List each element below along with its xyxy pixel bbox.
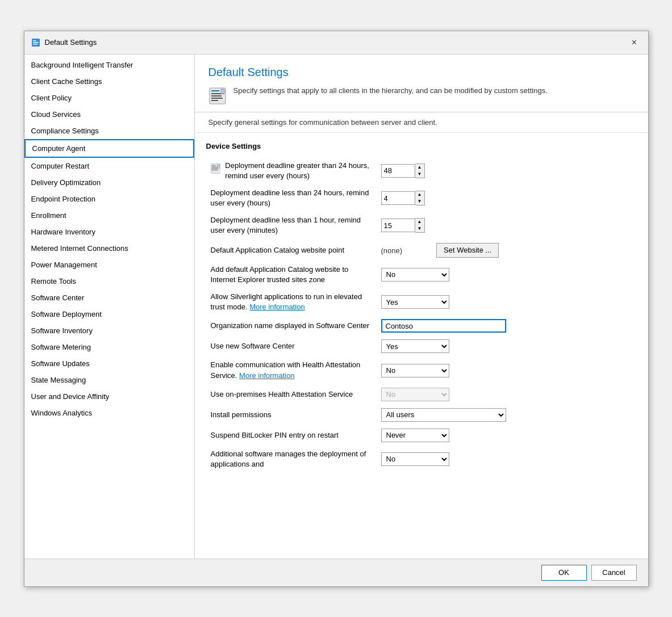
settings-row-deployment-deadline-4: Deployment deadline less than 24 hours, … — [206, 184, 637, 212]
spinner-down-deployment-deadline-4[interactable]: ▼ — [415, 198, 424, 205]
svg-rect-16 — [217, 165, 219, 168]
settings-icon — [211, 161, 221, 177]
sidebar-item-client-policy[interactable]: Client Policy — [24, 90, 194, 106]
sidebar-item-metered-internet-connections[interactable]: Metered Internet Connections — [24, 240, 194, 257]
settings-row-deployment-deadline-15: Deployment deadline less than 1 hour, re… — [206, 212, 637, 239]
sidebar-item-software-metering[interactable]: Software Metering — [24, 339, 194, 355]
main-header: Default Settings Specify settings that a… — [195, 54, 648, 112]
settings-row-install-permissions: Install permissionsAll usersOnly adminis… — [206, 405, 637, 425]
sidebar: Background Intelligent TransferClient Ca… — [24, 54, 195, 559]
sidebar-item-software-deployment[interactable]: Software Deployment — [24, 306, 194, 322]
sidebar-item-power-management[interactable]: Power Management — [24, 257, 194, 273]
ok-button[interactable]: OK — [541, 565, 587, 581]
sidebar-item-windows-analytics[interactable]: Windows Analytics — [24, 405, 194, 421]
main-title: Default Settings — [208, 66, 635, 79]
settings-row-use-on-premises-health: Use on-premises Health Attestation Servi… — [206, 384, 637, 405]
dialog-body: Background Intelligent TransferClient Ca… — [24, 54, 648, 559]
settings-row-enable-health-attestation: Enable communication with Health Attesta… — [206, 356, 637, 384]
spinner-input-deployment-deadline-15[interactable] — [381, 219, 415, 232]
svg-rect-2 — [33, 42, 39, 43]
more-info-link-enable-health-attestation[interactable]: More information — [239, 371, 295, 380]
settings-row-default-app-catalog: Default Application Catalog website poin… — [206, 240, 637, 261]
spinner-up-deployment-deadline-15[interactable]: ▲ — [415, 219, 424, 225]
title-bar: Default Settings × — [24, 31, 648, 54]
svg-rect-14 — [211, 168, 217, 169]
dialog-title: Default Settings — [45, 38, 97, 47]
dropdown-use-new-software-center[interactable]: YesNo — [381, 339, 449, 353]
more-info-link-allow-silverlight[interactable]: More information — [249, 303, 305, 311]
dialog-footer: OK Cancel — [24, 559, 648, 586]
sidebar-item-client-cache-settings[interactable]: Client Cache Settings — [24, 73, 194, 90]
svg-rect-1 — [33, 40, 36, 41]
svg-rect-9 — [211, 100, 218, 101]
sub-description: Specify general settings for communicati… — [195, 112, 648, 133]
sidebar-item-endpoint-protection[interactable]: Endpoint Protection — [24, 191, 194, 207]
settings-row-additional-software: Additional software manages the deployme… — [206, 446, 637, 473]
sidebar-item-computer-agent[interactable]: Computer Agent — [24, 139, 194, 158]
svg-rect-8 — [211, 98, 223, 99]
svg-rect-5 — [211, 90, 219, 91]
spinner-down-deployment-deadline-48[interactable]: ▼ — [415, 171, 424, 178]
settings-table: Deployment deadline greater than 24 hour… — [206, 157, 637, 473]
spinner-up-deployment-deadline-48[interactable]: ▲ — [415, 164, 424, 171]
sidebar-item-software-updates[interactable]: Software Updates — [24, 355, 194, 372]
header-icon — [208, 87, 227, 105]
dropdown-add-default-app-catalog[interactable]: NoYes — [381, 268, 449, 282]
settings-scroll-area[interactable]: Device Settings Deployment deadline grea… — [195, 133, 648, 559]
dropdown-wide-install-permissions[interactable]: All usersOnly administratorsOnly adminis… — [381, 408, 506, 422]
settings-row-allow-silverlight: Allow Silverlight applications to run in… — [206, 288, 637, 316]
settings-row-deployment-deadline-48: Deployment deadline greater than 24 hour… — [206, 157, 637, 184]
svg-rect-3 — [33, 44, 37, 45]
sidebar-item-remote-tools[interactable]: Remote Tools — [24, 273, 194, 289]
sidebar-item-software-center[interactable]: Software Center — [24, 289, 194, 306]
sidebar-item-software-inventory[interactable]: Software Inventory — [24, 322, 194, 339]
text-input-org-name[interactable] — [381, 319, 506, 333]
spinner-input-deployment-deadline-4[interactable] — [381, 191, 415, 205]
sidebar-item-state-messaging[interactable]: State Messaging — [24, 372, 194, 388]
set-website-button[interactable]: Set Website ... — [436, 243, 499, 258]
main-content: Default Settings Specify settings that a… — [195, 54, 648, 559]
spinner-input-deployment-deadline-48[interactable] — [381, 164, 415, 178]
dropdown-additional-software[interactable]: NoYes — [381, 452, 449, 466]
close-button[interactable]: × — [628, 36, 641, 49]
settings-row-use-new-software-center: Use new Software CenterYesNo — [206, 336, 637, 356]
section-title: Device Settings — [206, 142, 637, 150]
dialog-icon — [31, 38, 40, 47]
sidebar-item-background-intelligent-transfer[interactable]: Background Intelligent Transfer — [24, 57, 194, 73]
sidebar-item-compliance-settings[interactable]: Compliance Settings — [24, 123, 194, 139]
dropdown-enable-health-attestation[interactable]: NoYes — [381, 364, 449, 377]
sidebar-item-hardware-inventory[interactable]: Hardware Inventory — [24, 224, 194, 240]
dropdown-allow-silverlight[interactable]: YesNo — [381, 295, 449, 309]
sidebar-item-cloud-services[interactable]: Cloud Services — [24, 106, 194, 123]
svg-rect-15 — [211, 169, 218, 170]
sidebar-item-computer-restart[interactable]: Computer Restart — [24, 158, 194, 174]
svg-rect-10 — [221, 89, 224, 94]
settings-row-suspend-bitlocker: Suspend BitLocker PIN entry on restartNe… — [206, 425, 637, 446]
main-description: Specify settings that apply to all clien… — [233, 86, 548, 96]
spinner-up-deployment-deadline-4[interactable]: ▲ — [415, 191, 424, 198]
cancel-button[interactable]: Cancel — [591, 565, 637, 581]
sidebar-item-enrollment[interactable]: Enrollment — [24, 207, 194, 224]
sidebar-item-delivery-optimization[interactable]: Delivery Optimization — [24, 174, 194, 191]
default-settings-dialog: Default Settings × Background Intelligen… — [24, 31, 649, 587]
spinner-down-deployment-deadline-15[interactable]: ▼ — [415, 225, 424, 232]
dropdown-disabled-use-on-premises-health: NoYes — [381, 388, 449, 401]
settings-row-add-default-app-catalog: Add default Application Catalog website … — [206, 261, 637, 288]
none-value-default-app-catalog: (none) — [381, 246, 403, 254]
dropdown-suspend-bitlocker[interactable]: NeverAlways — [381, 429, 449, 442]
svg-rect-12 — [211, 165, 215, 166]
svg-rect-7 — [211, 95, 222, 96]
settings-row-org-name: Organization name displayed in Software … — [206, 316, 637, 336]
sidebar-item-user-and-device-affinity[interactable]: User and Device Affinity — [24, 388, 194, 405]
